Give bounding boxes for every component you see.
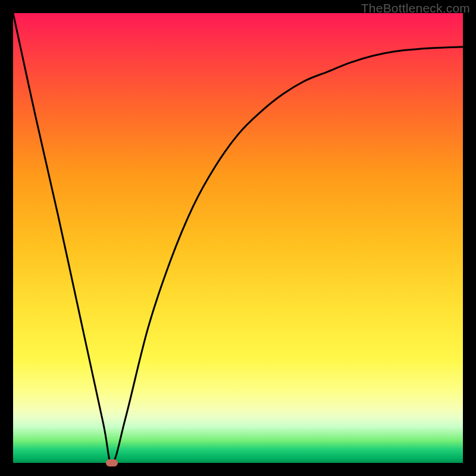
chart-plot-area (13, 13, 463, 463)
bottleneck-curve (13, 13, 463, 463)
watermark-text: TheBottleneck.com (361, 1, 470, 15)
min-marker (106, 459, 118, 466)
chart-frame: TheBottleneck.com (0, 0, 476, 476)
chart-curve-svg (13, 13, 463, 463)
